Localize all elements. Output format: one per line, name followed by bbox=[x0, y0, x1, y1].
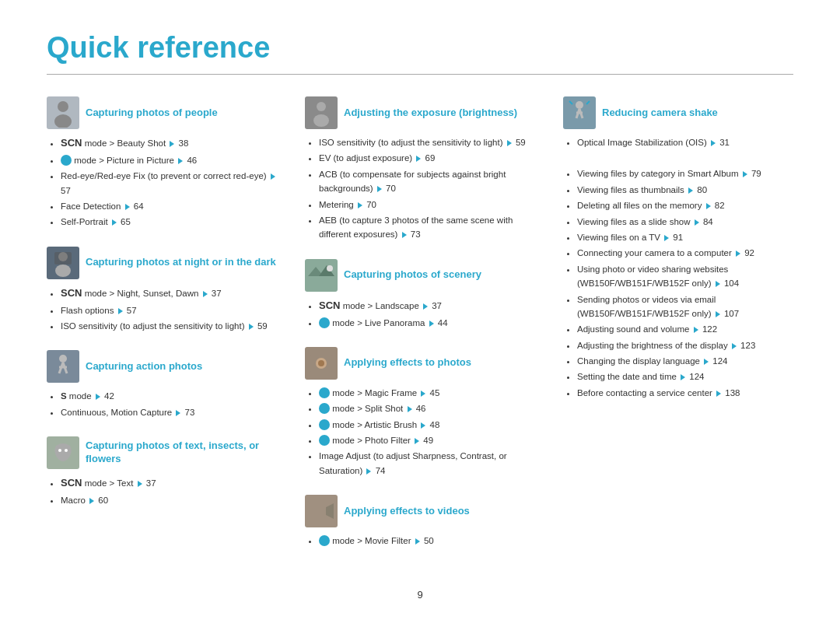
list-item: Self-Portrait 65 bbox=[61, 215, 277, 229]
list-item: mode > Live Panorama 44 bbox=[319, 316, 535, 330]
section-exposure-list: ISO sensitivity (to adjust the sensitivi… bbox=[305, 135, 535, 242]
section-exposure-header: Adjusting the exposure (brightness) bbox=[305, 96, 535, 129]
section-exposure: Adjusting the exposure (brightness) ISO … bbox=[305, 96, 535, 242]
list-item: Optical Image Stabilization (OIS) 31 bbox=[577, 135, 793, 149]
list-item: Setting the date and time 124 bbox=[577, 370, 793, 384]
section-scenery-header: Capturing photos of scenery bbox=[305, 259, 535, 292]
list-item: EV (to adjust exposure) 69 bbox=[319, 151, 535, 165]
list-item: Flash options 57 bbox=[61, 303, 277, 317]
svg-point-0 bbox=[58, 101, 68, 112]
list-item: mode > Magic Frame 45 bbox=[319, 386, 535, 400]
section-people: Capturing photos of people SCN mode > Be… bbox=[47, 96, 277, 229]
list-item: Viewing files as a slide show 84 bbox=[577, 215, 793, 229]
section-viewing: Viewing files by category in Smart Album… bbox=[563, 166, 793, 400]
section-scenery-title: Capturing photos of scenery bbox=[344, 268, 481, 282]
section-people-title: Capturing photos of people bbox=[86, 107, 218, 120]
section-people-header: Capturing photos of people bbox=[47, 96, 277, 129]
section-effects-videos-list: mode > Movie Filter 50 bbox=[305, 534, 535, 548]
section-shake-list: Optical Image Stabilization (OIS) 31 bbox=[563, 135, 793, 149]
list-item: mode > Photo Filter 49 bbox=[319, 433, 535, 447]
list-item: SCN mode > Night, Sunset, Dawn 37 bbox=[61, 285, 277, 302]
section-scenery: Capturing photos of scenery SCN mode > L… bbox=[305, 259, 535, 330]
column-3: Reducing camera shake Optical Image Stab… bbox=[563, 96, 793, 566]
list-item: Image Adjust (to adjust Sharpness, Contr… bbox=[319, 449, 535, 478]
person-icon bbox=[47, 96, 79, 129]
section-text-list: SCN mode > Text 37 Macro 60 bbox=[47, 475, 277, 507]
list-item: Macro 60 bbox=[61, 493, 277, 507]
main-columns: Capturing photos of people SCN mode > Be… bbox=[47, 96, 793, 566]
list-item: Adjusting the brightness of the display … bbox=[577, 338, 793, 352]
svg-point-5 bbox=[59, 355, 67, 363]
svg-point-16 bbox=[327, 265, 333, 271]
list-item: Using photo or video sharing websites (W… bbox=[577, 262, 793, 291]
section-effects-photos-list: mode > Magic Frame 45 mode > Split Shot … bbox=[305, 386, 535, 478]
section-exposure-title: Adjusting the exposure (brightness) bbox=[344, 107, 517, 120]
section-shake-title: Reducing camera shake bbox=[602, 107, 718, 120]
action-icon bbox=[47, 350, 79, 383]
section-action-list: S mode 42 Continuous, Motion Capture 73 bbox=[47, 389, 277, 419]
list-item: ISO sensitivity (to adjust the sensitivi… bbox=[61, 319, 277, 333]
list-item: Changing the display language 124 bbox=[577, 354, 793, 368]
svg-point-1 bbox=[54, 114, 72, 128]
list-item: mode > Artistic Brush 48 bbox=[319, 418, 535, 432]
list-item: SCN mode > Text 37 bbox=[61, 475, 277, 492]
section-effects-photos-header: Applying effects to photos bbox=[305, 347, 535, 380]
section-shake: Reducing camera shake Optical Image Stab… bbox=[563, 96, 793, 149]
list-item: ACB (to compensate for subjects against … bbox=[319, 167, 535, 196]
page-title: Quick reference bbox=[47, 31, 793, 65]
svg-point-12 bbox=[313, 114, 329, 127]
section-night: Capturing photos at night or in the dark… bbox=[47, 247, 277, 334]
svg-point-11 bbox=[317, 102, 326, 111]
svg-marker-21 bbox=[326, 503, 334, 519]
list-item: Viewing files by category in Smart Album… bbox=[577, 166, 793, 180]
list-item: Viewing files on a TV 91 bbox=[577, 230, 793, 244]
list-item: Deleting all files on the memory 82 bbox=[577, 198, 793, 212]
svg-point-3 bbox=[55, 264, 71, 277]
list-item: Metering 70 bbox=[319, 198, 535, 212]
svg-point-10 bbox=[65, 449, 68, 452]
section-text-header: Capturing photos of text, insects, or fl… bbox=[47, 436, 277, 469]
list-item: mode > Picture in Picture 46 bbox=[61, 153, 277, 167]
svg-line-26 bbox=[569, 101, 572, 104]
text-icon bbox=[47, 436, 79, 469]
section-viewing-list: Viewing files by category in Smart Album… bbox=[563, 166, 793, 400]
section-effects-photos-title: Applying effects to photos bbox=[344, 356, 471, 370]
list-item: Red-eye/Red-eye Fix (to prevent or corre… bbox=[61, 169, 277, 198]
section-effects-videos-header: Applying effects to videos bbox=[305, 495, 535, 527]
section-people-list: SCN mode > Beauty Shot 38 mode > Picture… bbox=[47, 135, 277, 229]
section-night-header: Capturing photos at night or in the dark bbox=[47, 247, 277, 279]
section-text-title: Capturing photos of text, insects, or fl… bbox=[86, 440, 277, 466]
list-item: Face Detection 64 bbox=[61, 199, 277, 213]
list-item: S mode 42 bbox=[61, 389, 277, 403]
section-effects-videos: Applying effects to videos mode > Movie … bbox=[305, 495, 535, 548]
section-action-header: Capturing action photos bbox=[47, 350, 277, 383]
shake-icon bbox=[563, 96, 596, 129]
section-effects-photos: Applying effects to photos mode > Magic … bbox=[305, 347, 535, 478]
svg-line-27 bbox=[586, 101, 590, 104]
list-item: Adjusting sound and volume 122 bbox=[577, 322, 793, 336]
svg-rect-13 bbox=[308, 276, 334, 289]
svg-point-22 bbox=[576, 101, 583, 109]
svg-point-9 bbox=[58, 449, 61, 452]
title-divider bbox=[47, 74, 793, 75]
list-item: Before contacting a service center 138 bbox=[577, 386, 793, 400]
list-item: AEB (to capture 3 photos of the same sce… bbox=[319, 213, 535, 242]
effects-photo-icon bbox=[305, 347, 338, 380]
column-2: Adjusting the exposure (brightness) ISO … bbox=[305, 96, 535, 566]
section-scenery-list: SCN mode > Landscape 37 mode > Live Pano… bbox=[305, 298, 535, 330]
svg-point-19 bbox=[318, 360, 324, 366]
exposure-icon bbox=[305, 96, 338, 129]
list-item: mode > Movie Filter 50 bbox=[319, 534, 535, 548]
column-1: Capturing photos of people SCN mode > Be… bbox=[47, 96, 277, 566]
section-night-title: Capturing photos at night or in the dark bbox=[86, 256, 276, 269]
list-item: mode > Split Shot 46 bbox=[319, 401, 535, 415]
section-effects-videos-title: Applying effects to videos bbox=[344, 505, 470, 518]
effects-video-icon bbox=[305, 495, 338, 527]
list-item: Connecting your camera to a computer 92 bbox=[577, 246, 793, 260]
page-number: 9 bbox=[47, 589, 793, 601]
scenery-icon bbox=[305, 259, 338, 292]
svg-rect-4 bbox=[54, 252, 72, 264]
list-item: Sending photos or videos via email (WB15… bbox=[577, 292, 793, 321]
list-item: SCN mode > Beauty Shot 38 bbox=[61, 135, 277, 152]
section-action-title: Capturing action photos bbox=[86, 360, 202, 373]
